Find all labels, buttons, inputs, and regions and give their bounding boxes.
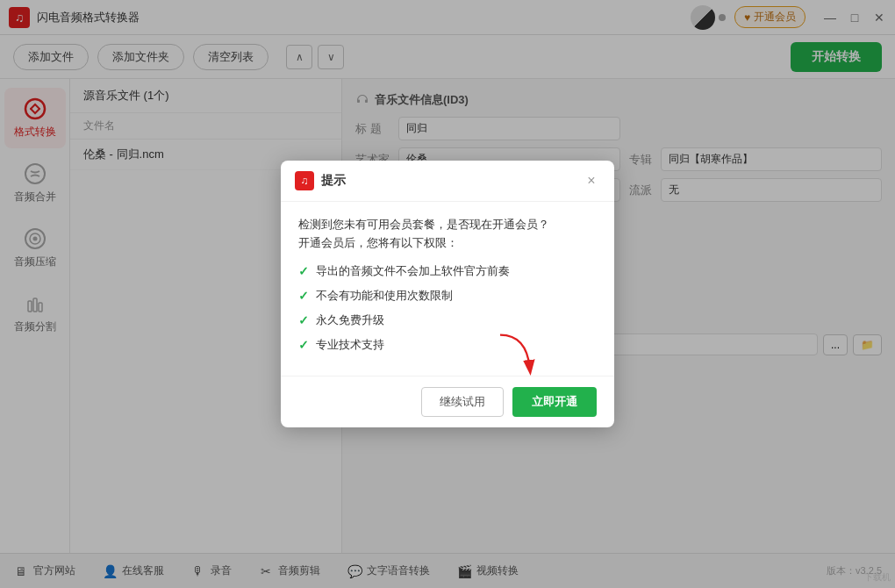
dialog-header-icon: ♫ — [295, 171, 314, 190]
dialog-confirm-button[interactable]: 立即开通 — [512, 387, 597, 417]
check-icon-4: ✓ — [298, 338, 309, 352]
dialog-header: ♫ 提示 × — [281, 161, 614, 202]
dialog-overlay: ♫ 提示 × 检测到您未有可用会员套餐，是否现在开通会员？开通会员后，您将有以下… — [0, 0, 895, 588]
dialog-description: 检测到您未有可用会员套餐，是否现在开通会员？开通会员后，您将有以下权限： — [298, 216, 597, 253]
dialog-title: 提示 — [321, 173, 576, 189]
dialog: ♫ 提示 × 检测到您未有可用会员套餐，是否现在开通会员？开通会员后，您将有以下… — [281, 161, 614, 427]
dialog-feature-3: ✓ 永久免费升级 — [298, 312, 597, 328]
dialog-feature-4: ✓ 专业技术支持 — [298, 337, 597, 353]
check-icon-2: ✓ — [298, 289, 309, 303]
dialog-close-button[interactable]: × — [583, 172, 600, 190]
dialog-feature-1: ✓ 导出的音频文件不会加上软件官方前奏 — [298, 263, 597, 279]
dialog-footer: 继续试用 立即开通 — [281, 376, 614, 427]
dialog-cancel-button[interactable]: 继续试用 — [421, 387, 504, 417]
dialog-feature-2: ✓ 不会有功能和使用次数限制 — [298, 288, 597, 304]
check-icon-1: ✓ — [298, 264, 309, 278]
dialog-body: 检测到您未有可用会员套餐，是否现在开通会员？开通会员后，您将有以下权限： ✓ 导… — [281, 202, 614, 376]
check-icon-3: ✓ — [298, 313, 309, 327]
